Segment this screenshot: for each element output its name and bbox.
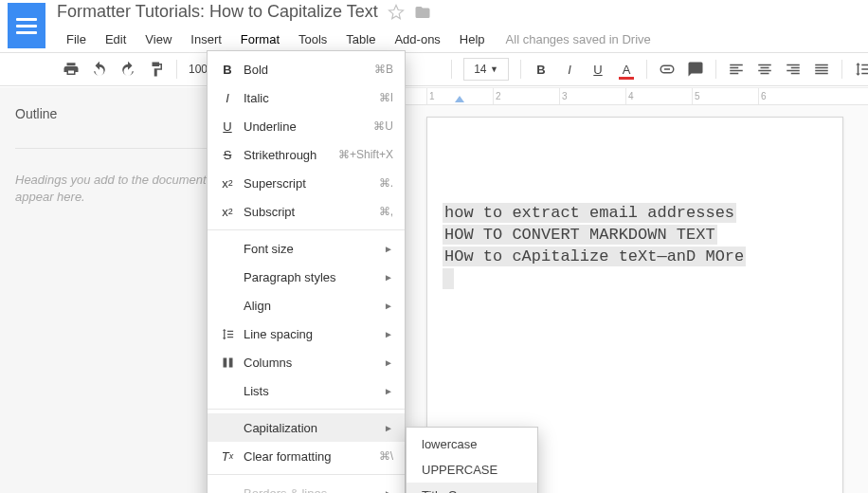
strikethrough-icon: S	[217, 148, 238, 162]
insert-link-button[interactable]	[653, 55, 681, 83]
format-columns[interactable]: Columns ►	[208, 348, 405, 376]
linespacing-icon	[217, 327, 238, 341]
submenu-arrow-icon: ►	[384, 488, 393, 494]
align-left-button[interactable]	[722, 55, 750, 83]
format-superscript[interactable]: x2 Superscript ⌘.	[208, 169, 405, 197]
toolbar: 100%▼ 14 ▼ B I U A	[0, 52, 868, 86]
menu-table[interactable]: Table	[336, 28, 385, 50]
format-lists[interactable]: Lists ►	[208, 376, 405, 405]
submenu-arrow-icon: ►	[384, 244, 393, 254]
subscript-icon: x2	[217, 205, 238, 219]
paint-format-button[interactable]	[142, 55, 171, 83]
line-spacing-button[interactable]	[848, 55, 868, 83]
menu-format[interactable]: Format	[231, 28, 289, 50]
star-icon[interactable]	[388, 4, 405, 21]
format-font-size[interactable]: Font size ►	[208, 234, 405, 263]
bold-icon: B	[217, 63, 238, 77]
align-right-button[interactable]	[779, 55, 807, 83]
app-logo[interactable]	[8, 3, 45, 48]
format-line-spacing[interactable]: Line spacing ►	[208, 320, 405, 348]
folder-icon[interactable]	[414, 4, 431, 21]
submenu-uppercase[interactable]: UPPERCASE	[407, 457, 537, 483]
superscript-icon: x2	[217, 176, 238, 191]
menu-insert[interactable]: Insert	[181, 28, 231, 50]
menubar: File Edit View Insert Format Tools Table…	[57, 28, 651, 50]
menu-edit[interactable]: Edit	[96, 28, 136, 50]
submenu-arrow-icon: ►	[384, 272, 393, 283]
document-title[interactable]: Formatter Tutorials: How to Capitalize T…	[57, 2, 378, 22]
insert-comment-button[interactable]	[681, 55, 710, 83]
underline-button[interactable]: U	[584, 55, 612, 83]
text-line[interactable]: HOW TO CONVERT MARKDOWN TEXT	[443, 225, 717, 245]
format-subscript[interactable]: x2 Subscript ⌘,	[208, 197, 405, 226]
undo-button[interactable]	[85, 55, 114, 83]
bold-button[interactable]: B	[527, 55, 555, 83]
outline-title: Outline	[15, 106, 230, 121]
align-justify-button[interactable]	[807, 55, 836, 83]
columns-icon	[217, 356, 238, 370]
submenu-arrow-icon: ►	[384, 301, 393, 311]
menu-view[interactable]: View	[136, 28, 181, 50]
format-underline[interactable]: U Underline ⌘U	[208, 112, 405, 140]
text-color-button[interactable]: A	[612, 55, 641, 83]
submenu-lowercase[interactable]: lowercase	[407, 431, 537, 457]
font-size-selector[interactable]: 14 ▼	[463, 58, 509, 81]
format-align[interactable]: Align ►	[208, 291, 405, 320]
format-borders-lines: Borders & lines ►	[208, 479, 405, 493]
italic-icon: I	[217, 91, 238, 105]
format-clear-formatting[interactable]: Tx Clear formatting ⌘\	[208, 442, 405, 470]
format-dropdown: B Bold ⌘B I Italic ⌘I U Underline ⌘U S S…	[207, 50, 406, 493]
underline-icon: U	[217, 119, 238, 134]
menu-file[interactable]: File	[57, 28, 96, 50]
text-cursor[interactable]	[443, 268, 454, 289]
text-line[interactable]: HOw to cApitalize teXt—anD MOre	[443, 246, 746, 266]
submenu-title-case[interactable]: Title Case	[407, 483, 537, 493]
text-line[interactable]: how to extract email addresses	[443, 203, 736, 223]
submenu-arrow-icon: ►	[384, 329, 393, 339]
clear-format-icon: Tx	[217, 449, 238, 464]
format-paragraph-styles[interactable]: Paragraph styles ►	[208, 263, 405, 291]
save-status: All changes saved in Drive	[506, 32, 651, 46]
italic-button[interactable]: I	[555, 55, 584, 83]
submenu-arrow-icon: ►	[384, 357, 393, 368]
format-capitalization[interactable]: Capitalization ►	[208, 413, 405, 442]
submenu-arrow-icon: ►	[384, 386, 393, 396]
outline-empty-text: Headings you add to the document appear …	[15, 172, 230, 206]
capitalization-submenu: lowercase UPPERCASE Title Case	[406, 427, 538, 493]
format-bold[interactable]: B Bold ⌘B	[208, 55, 405, 83]
menu-help[interactable]: Help	[450, 28, 495, 50]
submenu-arrow-icon: ►	[384, 423, 393, 433]
format-strikethrough[interactable]: S Strikethrough ⌘+Shift+X	[208, 140, 405, 169]
redo-button[interactable]	[114, 55, 142, 83]
menu-addons[interactable]: Add-ons	[385, 28, 449, 50]
align-center-button[interactable]	[750, 55, 779, 83]
menu-tools[interactable]: Tools	[289, 28, 336, 50]
print-button[interactable]	[57, 55, 85, 83]
format-italic[interactable]: I Italic ⌘I	[208, 83, 405, 112]
